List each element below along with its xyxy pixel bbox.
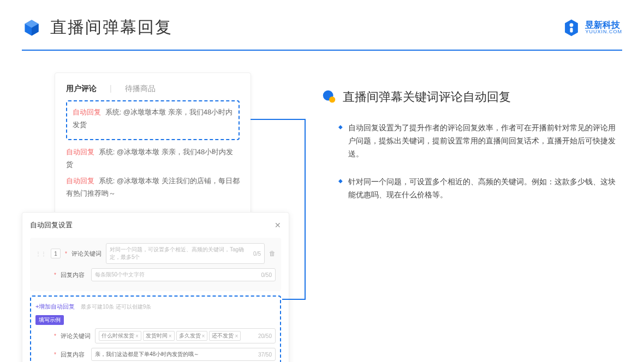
example-tag: 多久发货× (176, 331, 208, 341)
brand-logo: 昱新科技 YUUXIN.COM (562, 19, 622, 37)
auto-reply-tag: 自动回复 (66, 177, 94, 185)
example-tag: 还不发货× (209, 331, 241, 341)
section-title: 直播间弹幕关键词评论自动回复 (343, 89, 511, 105)
example-highlight: +增加自动回复 最多可建10条 还可以创建9条 填写示例 * 评论关键词 什么时… (30, 295, 281, 362)
connector-line (282, 299, 306, 300)
required-star: * (54, 272, 56, 278)
tab-user-comments[interactable]: 用户评论 (66, 84, 97, 94)
cube-icon (22, 18, 41, 38)
tab-pending-products[interactable]: 待播商品 (125, 84, 156, 94)
svg-rect-4 (570, 28, 573, 33)
brand-icon (562, 19, 581, 37)
chat-bubble-icon (322, 89, 337, 105)
connector-line (251, 119, 305, 120)
header: 直播间弹幕回复 昱新科技 YUUXIN.COM (0, 0, 644, 50)
bullet-icon: ◆ (338, 178, 343, 202)
bullet-text: 针对同一个问题，可设置多个相近的、高频的关键词。例如：这款多少钱、这块能优惠吗、… (348, 176, 622, 202)
counter: 0/50 (261, 272, 272, 278)
example-reply-label: 回复内容 (61, 351, 87, 359)
example-keyword-input: 什么时候发货×发货时间×多久发货×还不发货× 20/50 (95, 328, 276, 343)
right-column: 直播间弹幕关键词评论自动回复 ◆ 自动回复设置为了提升作者的评论回复效率，作者可… (322, 73, 622, 362)
reply-label: 回复内容 (61, 271, 87, 279)
brand-name-en: YUUXIN.COM (585, 29, 622, 34)
comments-panel: 用户评论 | 待播商品 自动回复 系统: @冰墩墩本墩 亲亲，我们48小时内发货… (55, 73, 251, 214)
bullet-text: 自动回复设置为了提升作者的评论回复效率，作者可在开播前针对常见的评论用户问题，提… (348, 122, 622, 160)
auto-reply-settings-panel: 自动回复设置 ✕ ⋮⋮ 1 * 评论关键词 对同一个问题，可设置多个相近、高频的… (22, 212, 289, 362)
header-divider (22, 50, 622, 51)
required-star: * (65, 251, 67, 257)
example-keyword-label: 评论关键词 (61, 332, 91, 340)
add-hint: 最多可建10条 还可以创建9条 (81, 304, 151, 310)
example-tag: 发货时间× (143, 331, 175, 341)
page-title: 直播间弹幕回复 (50, 16, 172, 39)
example-reply-input: 亲，我们这边都是下单48小时内发货的哦～ 37/50 (91, 348, 276, 361)
auto-reply-tag: 自动回复 (73, 108, 101, 116)
highlighted-comment: 自动回复 系统: @冰墩墩本墩 亲亲，我们48小时内发货 (66, 100, 240, 140)
example-tag: 什么时候发货× (99, 331, 141, 341)
connector-line (305, 119, 306, 299)
tab-divider: | (110, 84, 112, 94)
auto-reply-tag: 自动回复 (66, 148, 94, 156)
keyword-label: 评论关键词 (71, 250, 102, 258)
row-number: 1 (51, 249, 61, 258)
svg-point-6 (329, 96, 335, 102)
example-badge: 填写示例 (35, 315, 64, 325)
delete-icon[interactable]: 🗑 (269, 250, 276, 257)
bullet-icon: ◆ (338, 124, 343, 160)
left-column: 用户评论 | 待播商品 自动回复 系统: @冰墩墩本墩 亲亲，我们48小时内发货… (22, 73, 295, 362)
counter: 0/5 (253, 251, 261, 257)
svg-point-3 (570, 23, 574, 27)
header-left: 直播间弹幕回复 (22, 16, 172, 39)
brand-name-cn: 昱新科技 (585, 21, 622, 29)
panel-title: 自动回复设置 (30, 220, 73, 230)
keyword-input[interactable]: 对同一个问题，可设置多个相近、高频的关键词，Tag确定，最多5个 0/5 (106, 243, 265, 264)
add-auto-reply-link[interactable]: +增加自动回复 (35, 303, 75, 310)
close-icon[interactable]: ✕ (275, 221, 281, 230)
drag-handle-icon[interactable]: ⋮⋮ (35, 251, 46, 257)
reply-input[interactable]: 每条限50个中文字符 0/50 (91, 268, 276, 281)
